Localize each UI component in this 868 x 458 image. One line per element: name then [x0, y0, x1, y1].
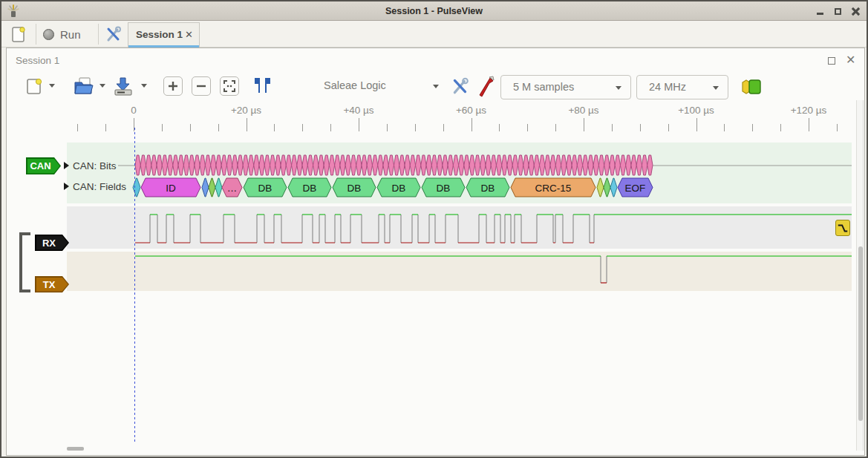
ruler-minor-tick: [612, 124, 613, 131]
ruler-minor-tick: [555, 124, 556, 131]
decoder-trace-band: [67, 143, 852, 203]
can-tag-label: CAN: [26, 157, 61, 174]
falling-edge-icon: [837, 222, 849, 234]
main-toolbar: Run Session 1 ✕: [1, 21, 867, 48]
probe-icon: [477, 75, 495, 97]
ruler-label: 0: [131, 105, 137, 116]
tab-session-1[interactable]: Session 1 ✕: [128, 22, 200, 48]
tx-channel-tag[interactable]: TX: [35, 276, 69, 292]
flags-button[interactable]: [252, 76, 273, 95]
close-icon: [852, 7, 860, 16]
toolbar-separator: [36, 24, 36, 45]
decoder-icon: [741, 79, 762, 95]
subwindow-maximize-button[interactable]: [828, 57, 835, 65]
save-icon: [112, 76, 134, 96]
tx-tag-label: TX: [35, 276, 69, 292]
new-file-dropdown[interactable]: [49, 84, 55, 88]
ruler-major-tick: [809, 118, 809, 131]
row-expand-arrow[interactable]: [64, 183, 69, 190]
row-label-can-fields: CAN: Fields: [73, 181, 126, 192]
settings-button[interactable]: [102, 24, 125, 45]
zoom-in-button[interactable]: [163, 76, 183, 96]
horizontal-scrollbar-thumb[interactable]: [67, 447, 84, 451]
ruler-minor-tick: [499, 124, 500, 131]
open-file-dropdown[interactable]: [99, 84, 105, 88]
new-session-icon: [11, 25, 26, 43]
ruler-minor-tick: [302, 124, 303, 131]
session-subwindow: Session 1 ✕: [6, 48, 865, 456]
device-select-label[interactable]: Saleae Logic: [324, 79, 386, 91]
sample-count-value: 5 M samples: [513, 81, 574, 93]
maximize-button[interactable]: [832, 6, 843, 16]
rx-channel-tag[interactable]: RX: [35, 235, 69, 251]
tools-icon: [105, 25, 123, 43]
new-file-icon: [25, 76, 43, 96]
trigger-marker-badge[interactable]: [835, 220, 850, 236]
new-file-button[interactable]: [25, 76, 43, 96]
save-dropdown[interactable]: [141, 84, 147, 88]
sample-rate-combobox[interactable]: 24 MHz: [636, 75, 728, 99]
time-ruler[interactable]: 0+20 µs+40 µs+60 µs+80 µs+100 µs+120 µs: [7, 103, 866, 136]
zoom-out-button[interactable]: [192, 76, 211, 96]
vertical-scrollbar[interactable]: [856, 100, 864, 451]
chevron-down-icon: [49, 84, 55, 88]
run-status-icon: [43, 29, 54, 40]
ruler-minor-tick: [274, 124, 275, 131]
ruler-major-tick: [696, 118, 697, 131]
save-button[interactable]: [112, 76, 134, 96]
ruler-major-tick: [247, 118, 247, 131]
ruler-label: +40 µs: [343, 105, 373, 116]
ruler-minor-tick: [387, 124, 388, 131]
close-button[interactable]: [850, 6, 861, 16]
pulseview-window: Session 1 - PulseView Run: [0, 0, 868, 458]
ruler-label: +100 µs: [678, 105, 714, 116]
tools-icon: [451, 76, 470, 96]
row-label-can-bits: CAN: Bits: [73, 160, 117, 171]
device-select-dropdown[interactable]: [433, 85, 439, 88]
rx-trace-band: [67, 206, 852, 249]
time-cursor-line[interactable]: [134, 128, 135, 444]
minimize-icon: [817, 13, 823, 15]
flags-icon: [252, 76, 273, 95]
sample-count-combobox[interactable]: 5 M samples: [500, 75, 631, 99]
configure-device-button[interactable]: [451, 76, 470, 96]
chevron-down-icon: [433, 85, 439, 88]
tab-close-icon[interactable]: ✕: [185, 29, 193, 40]
ruler-label: +60 µs: [456, 105, 486, 116]
subwindow-close-button[interactable]: ✕: [846, 53, 855, 67]
run-button[interactable]: Run: [43, 24, 94, 45]
chevron-down-icon: [713, 86, 719, 90]
ruler-minor-tick: [415, 124, 416, 131]
minimize-button[interactable]: [815, 6, 825, 16]
device-group-bracket: [19, 232, 30, 292]
zoom-fit-button[interactable]: [220, 76, 239, 96]
tab-label: Session 1: [136, 29, 183, 40]
tx-trace-band: [67, 252, 852, 291]
vertical-scrollbar-thumb[interactable]: [858, 246, 863, 421]
ruler-minor-tick: [780, 124, 781, 131]
ruler-label: +20 µs: [231, 105, 261, 116]
window-title: Session 1 - PulseView: [1, 1, 867, 21]
new-session-button[interactable]: [7, 24, 30, 45]
ruler-label: +120 µs: [791, 105, 827, 116]
row-expand-arrow[interactable]: [64, 162, 69, 169]
chevron-down-icon: [99, 84, 105, 88]
session-toolbar: Saleae Logic 5 M samples 2: [7, 69, 866, 105]
ruler-minor-tick: [77, 124, 78, 131]
ruler-minor-tick: [640, 124, 641, 131]
add-decoder-button[interactable]: [741, 79, 762, 95]
plus-icon: [167, 80, 179, 92]
titlebar[interactable]: Session 1 - PulseView: [1, 1, 867, 21]
ruler-minor-tick: [162, 124, 163, 131]
zoom-fit-icon: [223, 80, 235, 92]
channels-probe-button[interactable]: [477, 75, 495, 97]
open-folder-icon: [73, 76, 95, 96]
ruler-minor-tick: [105, 124, 106, 131]
can-decoder-tag[interactable]: CAN: [26, 157, 61, 174]
open-file-button[interactable]: [73, 76, 95, 96]
subwindow-title: Session 1: [16, 55, 59, 66]
minus-icon: [195, 80, 207, 92]
chevron-down-icon: [616, 86, 621, 90]
ruler-major-tick: [471, 118, 472, 131]
ruler-minor-tick: [330, 124, 331, 131]
